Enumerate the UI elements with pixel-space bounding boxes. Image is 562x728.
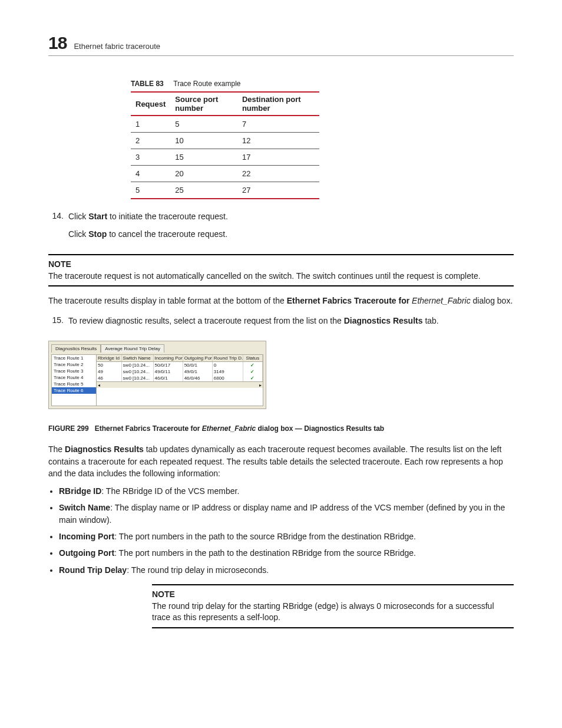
list-item: Outgoing Port: The port numbers in the p… [59,547,514,559]
cell: 46 [97,375,122,381]
col-incoming-port[interactable]: Incoming Port [154,355,183,361]
table83-label: TABLE 83 [131,80,164,88]
col-rbridge-id[interactable]: Rbridge Id [97,355,122,361]
table83-caption: TABLE 83 Trace Route example [131,80,514,88]
cell: 49/0/1 [183,368,213,375]
def: : The display name or IP address or disp… [59,503,505,524]
step-number: 14. [48,211,64,246]
col-outgoing-port[interactable]: Outgoing Port [183,355,213,361]
grid-row[interactable]: 49 sw0 [10.24... 49/0/11 49/0/1 3149 ✓ [97,368,263,375]
chapter-crumb: Ethernet fabric traceroute [74,42,160,51]
cell: 50/0/17 [154,362,183,368]
note-text: The traceroute request is not automatica… [48,271,514,282]
term: Incoming Port [59,532,114,541]
tab-name: Diagnostics Results [65,444,144,454]
cell: 0 [213,362,243,368]
list-item: Switch Name: The display name or IP addr… [59,502,514,526]
list-item[interactable]: Trace Route 3 [52,368,96,374]
text: The traceroute results display in table … [48,296,287,305]
paragraph: The Diagnostics Results tab updates dyna… [48,443,514,479]
cell: 15 [170,149,237,166]
grid-row[interactable]: 50 sw0 [10.24... 50/0/17 50/0/1 0 ✓ [97,362,263,368]
page: 18 Ethernet fabric traceroute TABLE 83 T… [0,0,562,728]
scroll-left-icon[interactable]: ◂ [98,383,100,388]
start-label: Start [88,212,107,221]
cell: 5 [131,182,170,199]
th-request: Request [131,92,170,116]
term: Round Trip Delay [59,565,127,575]
paragraph: The traceroute results display in table … [48,295,514,307]
tab-name: Diagnostics Results [344,316,423,325]
text: Click [68,229,88,239]
cell: 3 [131,149,170,166]
list-item[interactable]: Trace Route 6 [52,387,96,394]
bullet-list: RBridge ID: The RBridge ID of the VCS me… [48,485,514,576]
cell: 50/0/1 [183,362,213,368]
list-item: Incoming Port: The port numbers in the p… [59,531,514,542]
text: tab. [423,316,439,325]
cell: 17 [237,149,319,166]
trace-list[interactable]: Trace Route 1 Trace Route 2 Trace Route … [52,355,97,406]
scrollbar[interactable]: ◂ ▸ [97,381,263,388]
text: To review diagnostic results, select a t… [68,316,344,325]
tabs: Diagnostics Results Average Round Trip D… [51,344,263,352]
cell: sw0 [10.24... [122,375,154,381]
th-source: Source port number [170,92,237,116]
note-block: NOTE The traceroute request is not autom… [48,254,514,286]
term: Outgoing Port [59,548,114,558]
text: to initiate the traceroute request. [107,212,228,221]
list-item[interactable]: Trace Route 5 [52,381,96,387]
tab-diagnostics-results[interactable]: Diagnostics Results [51,344,101,353]
scroll-right-icon[interactable]: ▸ [259,383,262,388]
cell: 25 [170,182,237,199]
dialog-name-italic: Ethernet_Fabric [412,296,471,305]
def: : The round trip delay in microseconds. [127,565,269,575]
text: to cancel the traceroute request. [107,229,227,239]
dialog-screenshot: Diagnostics Results Average Round Trip D… [48,341,266,409]
check-icon: ✓ [243,375,263,381]
cell: 2 [131,133,170,149]
table-row: 5 25 27 [131,182,319,199]
def: : The RBridge ID of the VCS member. [101,486,239,496]
cell: 46/0/1 [154,375,183,381]
table-row: 2 10 12 [131,133,319,149]
text: dialog box. [471,296,513,305]
note-label: NOTE [152,589,514,601]
text: Click [68,212,88,221]
col-round-trip[interactable]: Round Trip D... [213,355,243,361]
cell: 50 [97,362,122,368]
step-14: 14. Click Start to initiate the tracerou… [48,211,514,246]
tab-average-round-trip-delay[interactable]: Average Round Trip Delay [101,344,164,353]
results-table: Rbridge Id Switch Name Incoming Port Out… [97,355,263,406]
cell: 22 [237,166,319,182]
step-text: Click Start to initiate the traceroute r… [68,211,228,223]
list-item[interactable]: Trace Route 4 [52,374,96,381]
stop-label: Stop [88,229,107,239]
dialog-name: Ethernet Fabrics Traceroute for [287,296,410,305]
step-number: 15. [48,315,64,333]
cell: 12 [237,133,319,149]
table-row: 1 5 7 [131,116,319,133]
note-block: NOTE The round trip delay for the starti… [152,584,514,628]
text: Ethernet_Fabric [202,424,256,433]
list-item[interactable]: Trace Route 1 [52,355,96,361]
check-icon: ✓ [243,368,263,375]
cell: 49 [97,368,122,375]
cell: 3149 [213,368,243,375]
grid-row[interactable]: 46 sw0 [10.24... 46/0/1 46/0/46 6800 ✓ [97,375,263,381]
term: RBridge ID [59,486,101,496]
figure-299: Diagnostics Results Average Round Trip D… [48,341,514,433]
figure-label: FIGURE 299 [48,424,89,433]
def: : The port numbers in the path to the so… [114,532,416,541]
dialog-body: Trace Route 1 Trace Route 2 Trace Route … [51,354,263,406]
def: : The port numbers in the path to the de… [114,548,416,558]
text: Ethernet Fabrics Traceroute for [95,424,202,433]
list-item[interactable]: Trace Route 2 [52,361,96,368]
cell: 10 [170,133,237,149]
col-switch-name[interactable]: Switch Name [122,355,154,361]
check-icon: ✓ [243,362,263,368]
col-status[interactable]: Status [243,355,263,361]
table-row: 4 20 22 [131,166,319,182]
cell: 20 [170,166,237,182]
page-header: 18 Ethernet fabric traceroute [48,33,514,56]
